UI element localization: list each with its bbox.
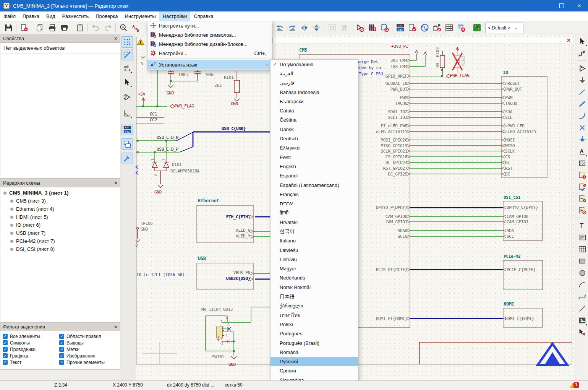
add-symbol-button[interactable]	[577, 63, 588, 74]
add-text-button[interactable]	[577, 220, 588, 231]
delete-tool-button[interactable]	[577, 327, 588, 338]
language-option[interactable]: ✓По умолчанию	[271, 60, 358, 69]
add-bus-entry-button[interactable]	[577, 110, 588, 122]
language-option[interactable]: Polski	[271, 320, 358, 329]
menu-item-configure-paths[interactable]: Настроить пути...	[147, 21, 272, 30]
menu-file[interactable]: Файл	[0, 11, 19, 21]
info-bar-close-icon[interactable]: ✕	[567, 37, 571, 43]
properties-panel-toggle-button[interactable]	[121, 153, 133, 164]
symbol-editor-button[interactable]	[354, 22, 366, 34]
language-option[interactable]: 한국어	[271, 227, 358, 236]
language-option[interactable]: Français	[271, 190, 358, 199]
paste-button[interactable]	[74, 22, 86, 34]
rotate-ccw-button[interactable]	[274, 22, 286, 34]
filter-option[interactable]: ✓Изображения	[59, 353, 120, 359]
grid-overrides-button[interactable]	[121, 49, 133, 60]
draw-line-button[interactable]	[577, 303, 588, 314]
cursor-shape-button[interactable]	[121, 76, 133, 88]
highlight-net-button[interactable]	[577, 48, 588, 59]
filter-option[interactable]: ✓Графика	[3, 353, 59, 359]
annotate-options-button[interactable]	[121, 124, 133, 135]
checkbox[interactable]: ✓	[3, 360, 8, 365]
language-option[interactable]: Lietuvių	[271, 255, 358, 264]
draw-circle-button[interactable]	[577, 267, 588, 279]
wire-mode-button[interactable]	[121, 107, 133, 119]
mirror-horizontal-button[interactable]	[298, 22, 310, 34]
assign-footprints-button[interactable]	[431, 22, 443, 34]
filter-option[interactable]: ✓Выводы	[59, 340, 120, 346]
hierarchy-item[interactable]: DSI_CSI (лист 8)	[0, 245, 120, 253]
design-block-editor-button[interactable]	[378, 22, 390, 34]
language-option[interactable]: Norsk Bokmål	[271, 283, 358, 292]
close-button[interactable]: ✕	[570, 0, 588, 11]
language-option[interactable]: Português (Brasil)	[271, 338, 358, 348]
language-option[interactable]: Italiano	[271, 236, 358, 245]
edit-symbol-fields-button[interactable]	[443, 22, 455, 34]
hierarchy-item[interactable]: PCIe-M2 (лист 7)	[0, 237, 120, 245]
language-option[interactable]: Српски	[271, 366, 358, 375]
language-option[interactable]: Română	[271, 348, 358, 357]
close-icon[interactable]: ✕	[112, 180, 120, 186]
redo-button[interactable]	[102, 22, 114, 34]
checkbox[interactable]: ✓	[59, 340, 64, 345]
find-replace-button[interactable]	[130, 22, 142, 34]
language-option[interactable]: ภาษาไทย	[271, 310, 358, 320]
language-option[interactable]: हिन्दी	[271, 208, 358, 218]
language-option[interactable]: Nederlands	[271, 273, 358, 283]
open-pcb-editor-button[interactable]	[471, 22, 483, 34]
menu-inspect[interactable]: Проверка	[92, 11, 121, 21]
rotate-cw-button[interactable]	[286, 22, 298, 34]
add-table-button[interactable]	[577, 244, 588, 255]
close-icon[interactable]: ✕	[112, 36, 120, 41]
hierarchy-item[interactable]: CM5 (лист 3)	[0, 197, 120, 205]
language-option[interactable]: Português	[271, 329, 358, 338]
status-warning-indicator[interactable]: 1	[570, 382, 581, 389]
language-option[interactable]: Català	[271, 106, 358, 115]
add-textbox-button[interactable]	[577, 232, 588, 243]
checkbox[interactable]: ✓	[3, 353, 8, 358]
import-sheet-pin-button[interactable]	[577, 205, 588, 216]
checkbox[interactable]: ✓	[59, 353, 64, 358]
add-net-label-button[interactable]	[577, 146, 588, 157]
toggle-grid-button[interactable]	[121, 36, 133, 48]
hierarchy-navigator-button[interactable]	[121, 138, 133, 150]
erc-button[interactable]	[406, 22, 418, 34]
filter-option[interactable]: ✓Все элементы	[3, 333, 59, 339]
language-option[interactable]: 日本語	[271, 292, 358, 301]
language-option[interactable]: Hrvatski	[271, 218, 358, 227]
language-option[interactable]: Dansk	[271, 125, 358, 134]
symbol-browser-button[interactable]	[366, 22, 378, 34]
language-option[interactable]: ქართული	[271, 301, 358, 310]
menu-view[interactable]: Вид	[43, 11, 59, 21]
align-elements-button[interactable]	[326, 22, 338, 34]
language-option[interactable]: Magyar	[271, 264, 358, 273]
hierarchy-item[interactable]: Ethernet (лист 4)	[0, 205, 120, 213]
add-rule-area-button[interactable]	[577, 158, 588, 169]
add-hierarchical-sheet-button[interactable]	[577, 169, 588, 181]
add-image-button[interactable]	[577, 315, 588, 326]
hierarchy-item[interactable]: CM5_MINIMA_3 (лист 1)	[0, 189, 120, 197]
select-tool-button[interactable]	[577, 36, 588, 47]
page-settings-button[interactable]	[18, 22, 30, 34]
menu-help[interactable]: Справка	[190, 11, 217, 21]
filter-option[interactable]: ✓Символы	[3, 340, 59, 346]
add-no-connect-button[interactable]	[577, 122, 588, 133]
save-button[interactable]	[2, 22, 15, 34]
menu-item-symbol-library-manager[interactable]: Менеджер библиотек символов...	[147, 30, 272, 39]
undo-button[interactable]	[89, 22, 102, 34]
add-power-port-button[interactable]	[577, 75, 588, 86]
copy-pages-button[interactable]	[34, 22, 46, 34]
checkbox[interactable]: ✓	[59, 334, 64, 339]
language-option[interactable]: Русский	[271, 357, 358, 366]
language-option[interactable]: Deutsch	[271, 134, 358, 143]
language-option[interactable]: עברית	[271, 199, 358, 208]
add-wire-button[interactable]	[577, 86, 588, 98]
language-option[interactable]: English	[271, 162, 358, 171]
language-option[interactable]: Español (Latinoamericano)	[271, 180, 358, 190]
align-elements-2-button[interactable]	[338, 22, 350, 34]
simulator-button[interactable]	[418, 22, 431, 34]
annotate-button[interactable]	[394, 22, 406, 34]
checkbox[interactable]: ✓	[59, 360, 64, 365]
checkbox[interactable]: ✓	[3, 347, 8, 352]
language-option[interactable]: Eesti	[271, 153, 358, 162]
